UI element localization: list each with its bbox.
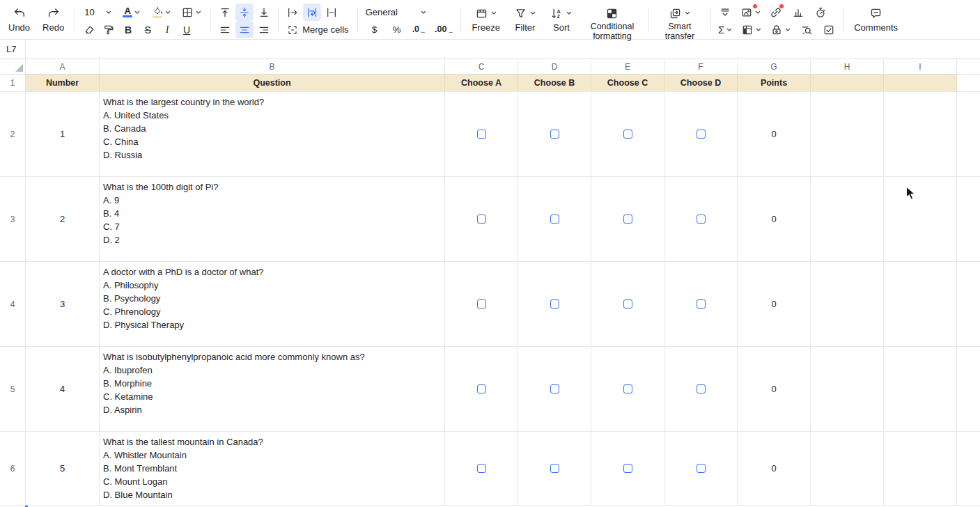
number-cell[interactable]: 3 bbox=[26, 262, 100, 346]
answer-checkbox[interactable] bbox=[697, 130, 706, 139]
answer-checkbox[interactable] bbox=[697, 299, 706, 309]
answer-checkbox[interactable] bbox=[697, 384, 706, 393]
insert-link-button[interactable] bbox=[767, 3, 785, 21]
choice-cell[interactable] bbox=[445, 347, 518, 431]
header-cell-choose-b[interactable]: Choose B bbox=[518, 75, 591, 91]
italic-button[interactable]: I bbox=[158, 21, 176, 38]
insert-checkbox-button[interactable] bbox=[820, 21, 838, 38]
insert-chart-button[interactable] bbox=[789, 3, 807, 21]
question-cell[interactable]: What is isobutylphenylpropanoic acid mor… bbox=[100, 347, 445, 431]
borders-button[interactable] bbox=[178, 3, 205, 21]
choice-cell[interactable] bbox=[518, 177, 591, 261]
answer-checkbox[interactable] bbox=[697, 464, 706, 473]
column-header-partial[interactable] bbox=[957, 59, 980, 74]
empty-cell[interactable] bbox=[884, 347, 957, 431]
collapse-rows-button[interactable] bbox=[716, 3, 734, 21]
align-right-button[interactable] bbox=[255, 21, 273, 38]
answer-checkbox[interactable] bbox=[477, 299, 486, 309]
redo-button[interactable]: Redo bbox=[37, 3, 70, 33]
empty-cell[interactable] bbox=[811, 347, 884, 431]
row-header[interactable]: 4 bbox=[0, 262, 26, 346]
fill-color-button[interactable] bbox=[147, 3, 176, 21]
number-cell[interactable]: 5 bbox=[26, 432, 100, 505]
number-cell[interactable]: 4 bbox=[26, 347, 100, 431]
sum-button[interactable]: Σ bbox=[716, 21, 735, 38]
undo-button[interactable]: Undo bbox=[3, 3, 36, 33]
bold-button[interactable]: B bbox=[119, 21, 137, 38]
text-overflow-button[interactable] bbox=[283, 3, 302, 21]
pivot-table-button[interactable] bbox=[739, 21, 764, 38]
strikethrough-button[interactable]: S bbox=[139, 21, 157, 38]
points-cell[interactable]: 0 bbox=[738, 177, 811, 261]
choice-cell[interactable] bbox=[591, 92, 664, 176]
empty-cell[interactable] bbox=[811, 177, 884, 261]
choice-cell[interactable] bbox=[445, 262, 518, 346]
choice-cell[interactable] bbox=[591, 347, 664, 431]
font-color-button[interactable]: A bbox=[118, 3, 146, 21]
answer-checkbox[interactable] bbox=[623, 384, 632, 393]
percent-button[interactable]: % bbox=[388, 21, 406, 38]
choice-cell[interactable] bbox=[518, 262, 591, 346]
points-cell[interactable]: 0 bbox=[738, 347, 811, 431]
font-size-select[interactable]: 10 bbox=[80, 3, 116, 21]
row-header[interactable]: 6 bbox=[0, 432, 26, 505]
empty-cell[interactable] bbox=[811, 432, 884, 505]
filter-button[interactable]: Filter bbox=[508, 3, 542, 33]
answer-checkbox[interactable] bbox=[623, 214, 632, 224]
empty-cell[interactable] bbox=[884, 177, 957, 261]
protect-sheet-button[interactable] bbox=[768, 21, 793, 38]
column-header-d[interactable]: D bbox=[518, 59, 591, 74]
row-header[interactable]: 2 bbox=[0, 92, 26, 176]
conditional-formatting-button[interactable]: Conditional formatting bbox=[581, 3, 644, 41]
column-header-a[interactable]: A bbox=[26, 59, 100, 74]
question-cell[interactable]: A doctor with a PhD is a doctor of what?… bbox=[100, 262, 445, 346]
header-cell-choose-c[interactable]: Choose C bbox=[591, 75, 664, 91]
choice-cell[interactable] bbox=[445, 177, 518, 261]
cell-reference-box[interactable]: L7 bbox=[0, 40, 26, 58]
smart-transfer-button[interactable]: Smart transfer bbox=[654, 3, 706, 41]
answer-checkbox[interactable] bbox=[550, 384, 559, 393]
number-cell[interactable]: 2 bbox=[26, 177, 100, 261]
question-cell[interactable]: What is the 100th digit of Pi?A. 9B. 4C.… bbox=[100, 177, 445, 261]
number-format-select[interactable]: General bbox=[363, 3, 430, 21]
choice-cell[interactable] bbox=[445, 432, 518, 505]
answer-checkbox[interactable] bbox=[697, 214, 706, 224]
merge-cells-button[interactable]: Merge cells bbox=[283, 21, 352, 38]
text-wrap-button[interactable] bbox=[303, 3, 321, 21]
decrease-decimal-button[interactable]: .0← bbox=[410, 21, 428, 38]
select-all-corner[interactable] bbox=[0, 59, 26, 74]
header-cell-choose-d[interactable]: Choose D bbox=[664, 75, 738, 91]
choice-cell[interactable] bbox=[664, 347, 738, 431]
increase-decimal-button[interactable]: .00→ bbox=[433, 21, 456, 38]
text-clip-button[interactable] bbox=[322, 3, 341, 21]
answer-checkbox[interactable] bbox=[550, 464, 559, 473]
comments-button[interactable]: Comments bbox=[848, 3, 903, 33]
empty-cell[interactable] bbox=[884, 262, 957, 346]
answer-checkbox[interactable] bbox=[550, 299, 559, 309]
choice-cell[interactable] bbox=[664, 262, 738, 346]
choice-cell[interactable] bbox=[445, 92, 518, 176]
choice-cell[interactable] bbox=[664, 432, 738, 505]
answer-checkbox[interactable] bbox=[550, 130, 559, 139]
points-cell[interactable]: 0 bbox=[738, 92, 811, 176]
empty-cell[interactable] bbox=[884, 92, 957, 176]
answer-checkbox[interactable] bbox=[477, 130, 486, 139]
column-header-b[interactable]: B bbox=[100, 59, 445, 74]
header-cell-choose-a[interactable]: Choose A bbox=[445, 75, 518, 91]
align-center-button[interactable] bbox=[235, 21, 254, 38]
choice-cell[interactable] bbox=[518, 432, 591, 505]
header-cell-points[interactable]: Points bbox=[738, 75, 811, 91]
vertical-align-middle-button[interactable] bbox=[235, 3, 254, 21]
answer-checkbox[interactable] bbox=[477, 464, 486, 473]
header-cell-empty[interactable] bbox=[811, 75, 884, 91]
choice-cell[interactable] bbox=[591, 262, 664, 346]
freeze-button[interactable]: Freeze bbox=[466, 3, 505, 33]
format-painter-button[interactable] bbox=[100, 21, 118, 38]
question-cell[interactable]: What is the largest country in the world… bbox=[100, 92, 445, 176]
answer-checkbox[interactable] bbox=[623, 299, 632, 309]
choice-cell[interactable] bbox=[591, 432, 664, 505]
column-header-c[interactable]: C bbox=[445, 59, 518, 74]
sort-button[interactable]: AZ Sort bbox=[545, 3, 578, 33]
row-header[interactable]: 3 bbox=[0, 177, 26, 261]
row-header[interactable]: 1 bbox=[0, 75, 26, 91]
